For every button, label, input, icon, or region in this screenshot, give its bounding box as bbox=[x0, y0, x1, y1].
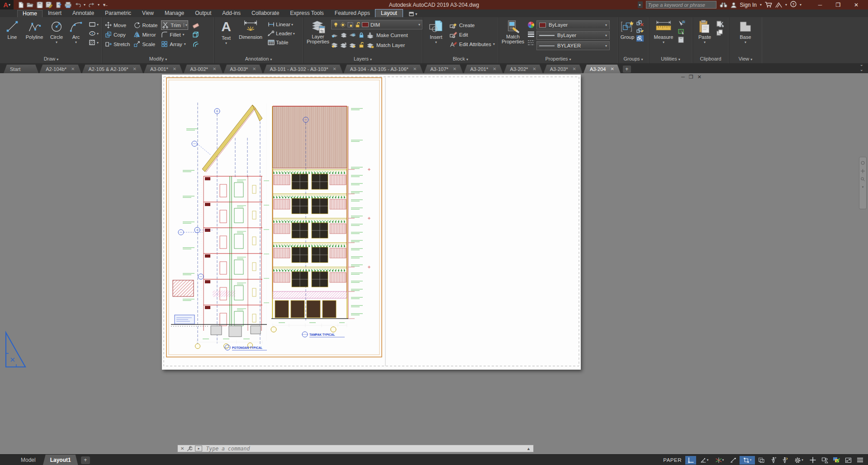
linetype-dropdown[interactable]: BYLAYER ▾ bbox=[536, 41, 610, 50]
search-input[interactable] bbox=[646, 1, 716, 9]
snap-mode-icon[interactable] bbox=[685, 456, 696, 465]
isodraft-icon[interactable]: ▾ bbox=[712, 456, 727, 465]
search-expand-icon[interactable]: ▸ bbox=[638, 1, 643, 8]
make-current-label[interactable]: Make Current bbox=[376, 33, 408, 38]
clean-screen-icon[interactable] bbox=[843, 456, 854, 465]
application-menu-button[interactable]: A▾ bbox=[0, 0, 14, 9]
doc-close-icon[interactable]: ✕ bbox=[697, 74, 702, 80]
layer-unlock-small-icon[interactable] bbox=[358, 42, 364, 48]
scale-button[interactable]: Scale bbox=[133, 39, 157, 49]
tab-insert[interactable]: Insert bbox=[43, 9, 67, 17]
rectangle-tool-icon[interactable]: ▾ bbox=[89, 21, 99, 28]
base-button[interactable]: Base ▾ bbox=[733, 18, 758, 55]
insert-block-button[interactable]: Insert ▾ bbox=[425, 18, 447, 55]
file-tab[interactable]: A3-002*✕ bbox=[184, 65, 223, 73]
tab-annotate[interactable]: Annotate bbox=[67, 9, 100, 17]
layer-properties-button[interactable]: LayerProperties bbox=[305, 18, 331, 55]
tab-collaborate[interactable]: Collaborate bbox=[246, 9, 285, 17]
file-tab[interactable]: A3-001*✕ bbox=[144, 65, 183, 73]
object-color-dropdown[interactable]: ByLayer ▾ bbox=[536, 20, 610, 29]
layout-drawing[interactable]: POTONGAN TYPICAL bbox=[162, 75, 581, 370]
measure-button[interactable]: Measure ▾ bbox=[651, 18, 676, 55]
table-button[interactable]: Table bbox=[267, 39, 295, 46]
layer-on-off-icon[interactable] bbox=[331, 42, 338, 48]
user-avatar-icon[interactable] bbox=[730, 2, 737, 8]
match-layer-icon[interactable] bbox=[366, 42, 374, 48]
command-line[interactable]: ✕ ▸ ▲ bbox=[177, 445, 534, 452]
layer-freeze-icon[interactable] bbox=[349, 32, 356, 38]
panel-label-utilities[interactable]: Utilities ▾ bbox=[649, 55, 693, 63]
ungroup-icon[interactable] bbox=[636, 20, 644, 26]
model-tab[interactable]: Model bbox=[14, 455, 43, 465]
tab-overflow-icon[interactable]: ⌄⌄ bbox=[860, 62, 863, 72]
ellipse-tool-icon[interactable]: ▾ bbox=[89, 30, 99, 37]
arc-button[interactable]: Arc ▾ bbox=[67, 18, 85, 55]
offset-icon[interactable] bbox=[192, 39, 199, 49]
isolate-objects-icon[interactable] bbox=[819, 456, 830, 465]
customize-qat-icon[interactable]: ▼̶ bbox=[102, 3, 106, 7]
edit-attributes-button[interactable]: Edit Attributes▾ bbox=[450, 39, 495, 49]
layer-dropdown[interactable]: DIM ▾ bbox=[331, 20, 422, 29]
layout1-tab[interactable]: Layout1 bbox=[43, 455, 78, 465]
doc-minimize-icon[interactable]: ─ bbox=[681, 74, 685, 80]
tab-home[interactable]: Home bbox=[17, 10, 43, 17]
layer-lock-icon[interactable] bbox=[358, 32, 364, 38]
new-file-icon[interactable] bbox=[17, 1, 24, 8]
file-tab[interactable]: A2-105 & A2-106*✕ bbox=[82, 65, 143, 73]
panel-label-block[interactable]: Block ▾ bbox=[422, 55, 498, 63]
customize-plus-icon[interactable] bbox=[807, 456, 818, 465]
hatch-tool-icon[interactable]: ▾ bbox=[89, 39, 99, 46]
panel-label-clipboard[interactable]: Clipboard bbox=[693, 55, 729, 63]
panel-label-draw[interactable]: Draw ▾ bbox=[0, 55, 102, 63]
make-current-icon[interactable] bbox=[366, 32, 374, 38]
plot-icon[interactable] bbox=[65, 1, 71, 8]
group-button[interactable]: Group bbox=[619, 18, 636, 55]
undo-icon[interactable] bbox=[74, 1, 81, 8]
redo-dropdown-icon[interactable]: ▾ bbox=[98, 3, 100, 7]
file-tab[interactable]: A3-003*✕ bbox=[223, 65, 262, 73]
rotate-button[interactable]: Rotate bbox=[133, 20, 157, 30]
stretch-button[interactable]: Stretch bbox=[105, 39, 130, 49]
file-tab-active[interactable]: A3-204✕ bbox=[583, 65, 621, 73]
drawing-canvas[interactable]: ─ ❐ ✕ bbox=[0, 73, 868, 454]
quick-select-icon[interactable] bbox=[678, 20, 685, 27]
annotation-monitor-icon[interactable] bbox=[728, 456, 739, 465]
help-dropdown-icon[interactable]: ▾ bbox=[800, 3, 802, 7]
new-drawing-tab-button[interactable]: + bbox=[623, 66, 631, 73]
app-store-cart-icon[interactable] bbox=[765, 2, 772, 8]
annotation-autoscale-icon[interactable] bbox=[779, 456, 790, 465]
panel-label-annotation[interactable]: Annotation ▾ bbox=[214, 55, 303, 63]
layer-walk-icon[interactable] bbox=[340, 42, 347, 48]
circle-button[interactable]: Circle ▾ bbox=[47, 18, 66, 55]
panel-label-modify[interactable]: Modify ▾ bbox=[102, 55, 214, 63]
explode-icon[interactable] bbox=[192, 30, 199, 39]
group-selection-toggle-icon[interactable] bbox=[636, 35, 644, 42]
tab-add-ins[interactable]: Add-ins bbox=[217, 9, 246, 17]
trim-button[interactable]: Trim▾ bbox=[161, 20, 188, 30]
selection-cycling-icon[interactable] bbox=[756, 456, 767, 465]
file-tab[interactable]: A3-201*✕ bbox=[464, 65, 503, 73]
command-history-icon[interactable]: ▲ bbox=[526, 446, 531, 451]
paste-button[interactable]: Paste ▾ bbox=[695, 18, 715, 55]
open-file-icon[interactable] bbox=[27, 1, 33, 8]
sign-in-dropdown-icon[interactable]: ▾ bbox=[760, 3, 762, 7]
file-tab[interactable]: A3-107*✕ bbox=[424, 65, 463, 73]
quick-calculator-icon[interactable] bbox=[678, 37, 685, 43]
linear-dimension-button[interactable]: Linear▾ bbox=[267, 21, 295, 28]
text-button[interactable]: A Text ▾ bbox=[218, 18, 235, 55]
match-properties-button[interactable]: MatchProperties bbox=[500, 18, 526, 55]
tab-express-tools[interactable]: Express Tools bbox=[285, 9, 329, 17]
tab-output[interactable]: Output bbox=[190, 9, 217, 17]
match-layer-label[interactable]: Match Layer bbox=[376, 42, 405, 48]
open-from-web-icon[interactable] bbox=[55, 1, 62, 8]
layer-isolate-icon[interactable] bbox=[340, 32, 347, 38]
save-icon[interactable] bbox=[36, 1, 43, 8]
layer-off-icon[interactable] bbox=[331, 32, 338, 38]
file-tab[interactable]: A3-203*✕ bbox=[544, 65, 583, 73]
cut-icon[interactable] bbox=[716, 21, 724, 27]
navigation-bar[interactable]: ▾ bbox=[859, 157, 867, 209]
save-as-icon[interactable] bbox=[46, 1, 52, 8]
tab-view[interactable]: View bbox=[137, 9, 159, 17]
leader-button[interactable]: Leader▾ bbox=[267, 30, 295, 37]
file-tab[interactable]: A2-104b*✕ bbox=[39, 65, 81, 73]
